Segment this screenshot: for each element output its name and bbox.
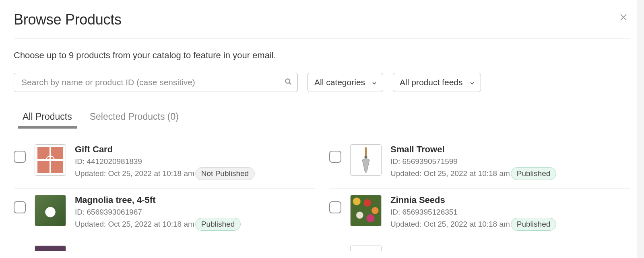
product-thumbnail	[350, 246, 382, 251]
tab-selected-products[interactable]: Selected Products (0)	[90, 111, 179, 128]
product-card: Small Trowel ID: 6569390571599 Updated: …	[329, 138, 630, 188]
product-updated-row: Updated: Oct 25, 2022 at 10:18 am Publis…	[75, 218, 315, 231]
tabs: All Products Selected Products (0)	[14, 111, 630, 128]
product-info: Gift Card ID: 4412020981839 Updated: Oct…	[75, 144, 315, 180]
modal-subtitle: Choose up to 9 products from your catalo…	[14, 50, 630, 61]
product-checkbox[interactable]	[329, 201, 341, 213]
product-id: ID: 6569390571599	[390, 156, 630, 167]
product-checkbox[interactable]	[329, 151, 341, 163]
trowel-icon	[355, 146, 376, 174]
feed-dropdown[interactable]: All product feeds	[393, 73, 481, 92]
product-checkbox[interactable]	[14, 151, 26, 163]
product-updated-row: Updated: Oct 25, 2022 at 10:18 am Not Pu…	[75, 167, 315, 180]
product-id: ID: 4412020981839	[75, 156, 315, 167]
product-thumbnail	[350, 144, 382, 176]
product-card-partial	[14, 239, 315, 251]
chevron-down-icon	[372, 78, 377, 88]
product-name: Magnolia tree, 4-5ft	[75, 195, 315, 205]
product-updated: Updated: Oct 25, 2022 at 10:18 am	[75, 168, 194, 179]
product-card: Gift Card ID: 4412020981839 Updated: Oct…	[14, 138, 315, 188]
product-name: Gift Card	[75, 144, 315, 155]
browse-products-modal: Browse Products Choose up to 9 products …	[0, 0, 644, 251]
product-grid: Gift Card ID: 4412020981839 Updated: Oct…	[14, 138, 630, 251]
product-id: ID: 6569393061967	[75, 207, 315, 218]
product-info: Small Trowel ID: 6569390571599 Updated: …	[390, 144, 630, 180]
product-thumbnail	[350, 195, 382, 226]
product-updated: Updated: Oct 25, 2022 at 10:18 am	[390, 168, 510, 179]
tab-label: All Products	[23, 111, 72, 122]
product-id: ID: 6569395126351	[390, 207, 630, 218]
product-info: Magnolia tree, 4-5ft ID: 6569393061967 U…	[75, 195, 315, 231]
search-icon	[284, 78, 292, 87]
search-wrap	[14, 73, 298, 92]
product-updated-row: Updated: Oct 25, 2022 at 10:18 am Publis…	[390, 167, 630, 180]
svg-rect-5	[365, 156, 367, 158]
svg-line-3	[289, 83, 291, 84]
product-updated: Updated: Oct 25, 2022 at 10:18 am	[75, 219, 194, 230]
product-card-partial	[329, 239, 630, 251]
modal-title: Browse Products	[14, 11, 122, 28]
chevron-down-icon	[469, 78, 475, 88]
tab-all-products[interactable]: All Products	[23, 111, 72, 128]
status-badge: Published	[511, 167, 556, 180]
product-name: Zinnia Seeds	[390, 195, 630, 205]
scrollbar[interactable]	[637, 0, 644, 258]
category-dropdown[interactable]: All categories	[308, 73, 383, 92]
close-icon	[619, 13, 628, 22]
product-thumbnail	[35, 195, 66, 226]
tab-label: Selected Products (0)	[90, 111, 179, 122]
category-dropdown-label: All categories	[314, 78, 365, 87]
status-badge: Not Published	[195, 167, 255, 180]
product-updated: Updated: Oct 25, 2022 at 10:18 am	[390, 219, 510, 230]
filter-row: All categories All product feeds	[14, 73, 630, 92]
divider	[14, 39, 630, 39]
status-badge: Published	[511, 218, 556, 231]
modal-header: Browse Products	[14, 11, 630, 28]
status-badge: Published	[195, 218, 241, 231]
feed-dropdown-label: All product feeds	[400, 78, 462, 87]
product-checkbox[interactable]	[14, 201, 26, 213]
product-card: Zinnia Seeds ID: 6569395126351 Updated: …	[329, 188, 630, 239]
gift-card-icon	[37, 147, 63, 173]
product-name: Small Trowel	[390, 144, 630, 155]
close-button[interactable]	[617, 10, 630, 26]
product-updated-row: Updated: Oct 25, 2022 at 10:18 am Publis…	[390, 218, 630, 231]
svg-rect-4	[365, 147, 367, 156]
product-thumbnail	[35, 246, 66, 251]
search-input[interactable]	[14, 73, 298, 92]
product-info: Zinnia Seeds ID: 6569395126351 Updated: …	[390, 195, 630, 231]
product-card: Magnolia tree, 4-5ft ID: 6569393061967 U…	[14, 188, 315, 239]
product-thumbnail	[35, 144, 66, 176]
